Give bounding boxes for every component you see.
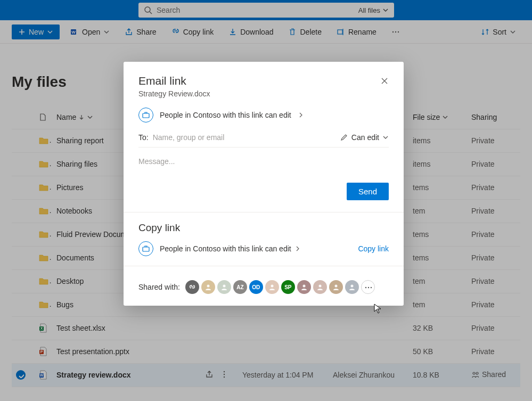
shared-with-label: Shared with: — [138, 283, 180, 291]
avatar[interactable] — [201, 280, 215, 294]
link-scope-button[interactable]: People in Contoso with this link can edi… — [138, 108, 389, 122]
avatar[interactable]: SP — [281, 280, 295, 294]
share-dialog: Email link Strategy Review.docx People i… — [124, 62, 404, 306]
svg-point-24 — [318, 285, 321, 288]
message-input[interactable]: Message... — [138, 157, 389, 178]
svg-point-22 — [271, 285, 273, 288]
avatar[interactable]: AZ — [233, 280, 247, 294]
avatar[interactable] — [345, 280, 359, 294]
to-input[interactable] — [153, 133, 335, 142]
chevron-right-icon — [298, 112, 304, 118]
shared-with-avatars: AZODSP — [185, 280, 375, 294]
copy-link-scope-button[interactable]: People in Contoso with this link can edi… — [160, 244, 301, 253]
send-button[interactable]: Send — [347, 183, 389, 200]
permission-picker[interactable]: Can edit — [340, 133, 389, 142]
briefcase-icon — [138, 241, 153, 256]
dialog-title: Email link — [138, 75, 186, 87]
copy-link-header: Copy link — [138, 222, 389, 234]
svg-point-25 — [334, 285, 337, 288]
avatar[interactable] — [329, 280, 343, 294]
svg-point-21 — [223, 285, 225, 288]
chevron-down-icon — [382, 134, 389, 141]
copy-link-action[interactable]: Copy link — [358, 244, 389, 253]
cursor-icon — [374, 304, 382, 314]
svg-point-20 — [207, 285, 209, 288]
copy-link-scope-text: People in Contoso with this link can edi… — [160, 244, 291, 253]
more-people-button[interactable] — [361, 280, 375, 294]
svg-point-26 — [350, 285, 353, 288]
dialog-close-button[interactable] — [380, 77, 389, 85]
chevron-right-icon — [294, 245, 301, 252]
avatar[interactable] — [297, 280, 311, 294]
pencil-icon — [340, 133, 348, 142]
shared-link-chip[interactable] — [185, 280, 199, 294]
avatar[interactable]: OD — [249, 280, 263, 294]
close-icon — [380, 77, 389, 85]
link-scope-text: People in Contoso with this link can edi… — [160, 111, 291, 119]
permission-label: Can edit — [351, 133, 379, 142]
avatar[interactable] — [265, 280, 279, 294]
briefcase-icon — [138, 108, 153, 122]
avatar[interactable] — [217, 280, 231, 294]
dialog-filename: Strategy Review.docx — [138, 89, 389, 98]
svg-point-23 — [302, 285, 305, 288]
to-label: To: — [138, 133, 149, 142]
avatar[interactable] — [313, 280, 327, 294]
